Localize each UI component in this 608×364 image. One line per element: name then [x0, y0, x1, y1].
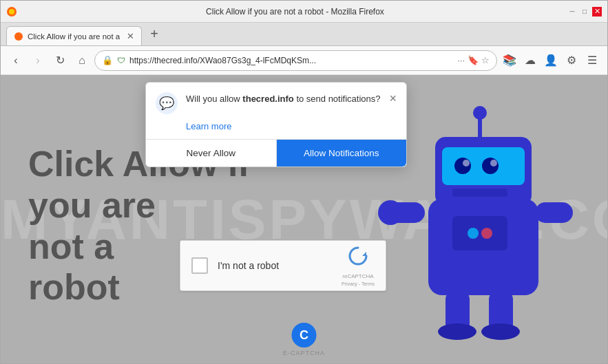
tab-bar: Click Allow if you are not a ✕ +	[1, 23, 607, 46]
svg-rect-22	[452, 189, 507, 197]
browser-tab[interactable]: Click Allow if you are not a ✕	[6, 26, 142, 45]
home-button[interactable]: ⌂	[72, 51, 92, 70]
forward-button[interactable]: ›	[28, 51, 48, 70]
recaptcha-logo: reCAPTCHA Privacy - Terms	[342, 245, 375, 286]
browser-window: Click Allow if you are not a robot - Moz…	[0, 0, 608, 364]
page-content: MYANTISPYWARE.COM	[1, 75, 607, 363]
popup-message-suffix: to send notifications?	[294, 94, 381, 104]
svg-rect-19	[452, 216, 507, 250]
ecaptcha-icon: C	[291, 323, 316, 347]
svg-point-6	[454, 158, 471, 174]
recaptcha-checkbox[interactable]	[191, 257, 208, 274]
svg-point-17	[438, 323, 476, 340]
svg-point-1	[9, 9, 14, 14]
never-allow-button[interactable]: Never Allow	[146, 140, 277, 167]
svg-point-11	[473, 106, 487, 120]
window-title: Click Allow if you are not a robot - Moz…	[23, 7, 567, 17]
tab-favicon-icon	[14, 32, 23, 41]
sync-icon[interactable]: ☁	[521, 51, 540, 70]
title-bar: Click Allow if you are not a robot - Moz…	[1, 1, 607, 23]
minimize-button[interactable]: ─	[567, 7, 577, 17]
tab-label: Click Allow if you are not a	[28, 32, 120, 41]
popup-buttons: Never Allow Allow Notifications	[146, 139, 406, 167]
menu-button[interactable]: ☰	[583, 51, 602, 70]
recaptcha-box[interactable]: I'm not a robot reCAPTCHA Privacy - Term…	[180, 240, 386, 291]
svg-point-2	[14, 32, 23, 41]
svg-point-21	[481, 228, 492, 239]
svg-marker-23	[362, 252, 366, 256]
library-icon[interactable]: 📚	[500, 51, 519, 70]
recaptcha-icon	[347, 245, 369, 272]
allow-notifications-button[interactable]: Allow Notifications	[277, 140, 407, 167]
ecaptcha-letter: C	[300, 328, 308, 343]
popup-header: 💬 Will you allow thecred.info to send no…	[146, 83, 406, 120]
more-icon[interactable]: ···	[457, 55, 465, 65]
svg-point-18	[481, 323, 520, 340]
shield-icon: 🛡	[117, 56, 125, 65]
ecaptcha-text: E-CAPTCHA	[283, 350, 325, 356]
recaptcha-brand: reCAPTCHA	[342, 273, 373, 280]
close-button[interactable]: ✕	[592, 7, 602, 17]
popup-site-name: thecred.info	[242, 94, 293, 104]
back-button[interactable]: ‹	[6, 51, 25, 70]
window-controls: ─ □ ✕	[567, 7, 602, 17]
popup-learn-more: Learn more	[146, 120, 406, 139]
recaptcha-label: I'm not a robot	[218, 260, 332, 271]
extensions-icon[interactable]: ⚙	[562, 51, 581, 70]
popup-message: Will you allow thecred.info to send noti…	[186, 94, 381, 104]
nav-right-icons: 📚 ☁ 👤 ⚙ ☰	[500, 51, 602, 70]
popup-message-prefix: Will you allow	[186, 94, 242, 104]
url-text: https://thecred.info/XWao87Gs3g_4-lFcMDq…	[129, 56, 453, 65]
recaptcha-privacy: Privacy - Terms	[342, 281, 375, 286]
svg-point-8	[463, 160, 470, 167]
svg-point-20	[468, 228, 479, 239]
heading-line2: you are	[28, 185, 250, 226]
svg-point-14	[378, 200, 403, 225]
nav-bar: ‹ › ↻ ⌂ 🔒 🛡 https://thecred.info/XWao87G…	[1, 46, 607, 75]
firefox-icon	[6, 6, 17, 17]
svg-point-7	[482, 158, 499, 174]
notification-popup: 💬 Will you allow thecred.info to send no…	[145, 82, 407, 167]
star-icon[interactable]: ☆	[481, 55, 490, 65]
tab-close-icon[interactable]: ✕	[127, 31, 134, 41]
svg-rect-13	[535, 202, 573, 223]
new-tab-button[interactable]: +	[146, 26, 163, 42]
address-bar[interactable]: 🔒 🛡 https://thecred.info/XWao87Gs3g_4-lF…	[94, 50, 497, 71]
svg-point-9	[490, 160, 497, 167]
security-icon: 🔒	[102, 55, 113, 65]
popup-chat-icon: 💬	[156, 92, 178, 114]
ecaptcha-logo: C E-CAPTCHA	[283, 323, 325, 356]
bookmark-icon[interactable]: 🔖	[468, 55, 479, 65]
reload-button[interactable]: ↻	[50, 51, 70, 70]
popup-close-button[interactable]: ×	[389, 92, 397, 105]
address-bar-icons: ··· 🔖 ☆	[457, 55, 490, 65]
maximize-button[interactable]: □	[580, 7, 589, 17]
account-icon[interactable]: 👤	[541, 51, 560, 70]
popup-text: Will you allow thecred.info to send noti…	[186, 92, 381, 105]
learn-more-link[interactable]: Learn more	[186, 121, 231, 131]
